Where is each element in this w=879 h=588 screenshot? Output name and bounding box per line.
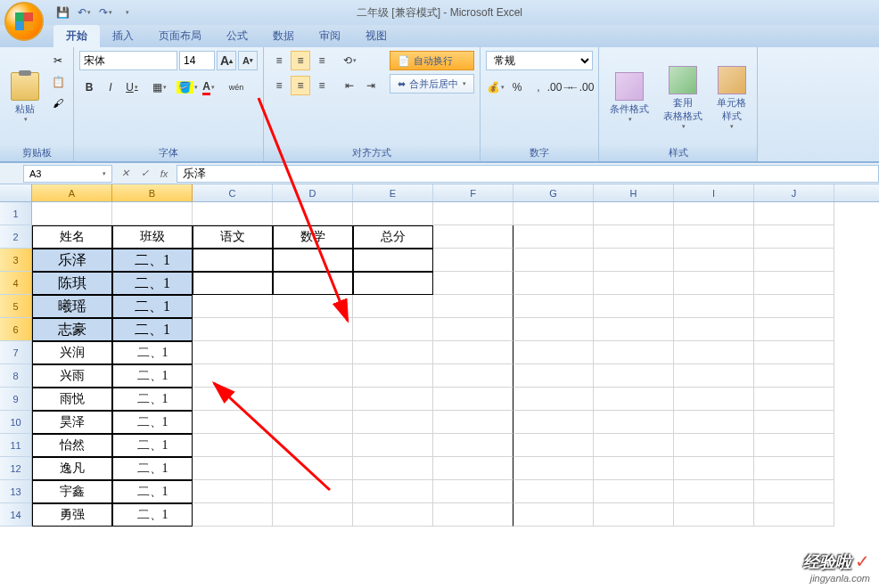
cell[interactable] — [193, 249, 273, 272]
cell[interactable] — [754, 341, 834, 364]
format-painter-button[interactable]: 🖌 — [48, 94, 68, 113]
decrease-indent-button[interactable]: ⇤ — [340, 76, 359, 95]
cell[interactable] — [433, 202, 513, 225]
accounting-format-button[interactable]: 💰▾ — [486, 78, 505, 97]
row-header[interactable]: 12 — [0, 457, 32, 480]
cell[interactable] — [433, 318, 513, 341]
cell[interactable] — [193, 202, 273, 225]
cell[interactable] — [273, 295, 353, 318]
col-header-d[interactable]: D — [273, 184, 353, 201]
row-header[interactable]: 6 — [0, 318, 32, 341]
cell-styles-button[interactable]: 单元格 样式 ▾ — [711, 51, 752, 144]
cell[interactable]: 宇鑫 — [32, 480, 112, 503]
cell[interactable] — [594, 503, 674, 527]
cell[interactable] — [594, 318, 674, 341]
cell[interactable] — [674, 341, 754, 364]
cell[interactable] — [674, 388, 754, 411]
comma-button[interactable]: , — [529, 78, 548, 97]
align-top-button[interactable]: ≡ — [269, 51, 289, 70]
col-header-a[interactable]: A — [32, 184, 112, 201]
copy-button[interactable]: 📋 — [48, 72, 68, 92]
cell[interactable] — [754, 434, 834, 457]
cell[interactable] — [674, 318, 754, 341]
row-header[interactable]: 13 — [0, 480, 32, 503]
font-size-select[interactable] — [179, 51, 215, 70]
office-button[interactable] — [4, 2, 49, 46]
cell[interactable] — [433, 388, 513, 411]
cell[interactable] — [674, 272, 754, 295]
cell[interactable] — [513, 434, 594, 457]
paste-button[interactable]: 粘贴 ▾ — [5, 51, 45, 144]
cell[interactable] — [513, 272, 594, 295]
cell[interactable] — [433, 341, 513, 364]
col-header-i[interactable]: I — [674, 184, 754, 201]
conditional-format-button[interactable]: 条件格式 ▾ — [604, 51, 654, 144]
cell[interactable]: 曦瑶 — [32, 295, 112, 318]
fx-button[interactable]: fx — [155, 165, 173, 183]
cell[interactable] — [594, 364, 674, 388]
cell[interactable]: 二、1 — [112, 364, 193, 388]
cell[interactable] — [513, 480, 594, 503]
cell[interactable] — [594, 249, 674, 272]
cell[interactable] — [433, 272, 513, 295]
col-header-f[interactable]: F — [433, 184, 513, 201]
cell[interactable] — [513, 364, 594, 388]
row-header[interactable]: 5 — [0, 295, 32, 318]
cell[interactable] — [433, 480, 513, 503]
cell[interactable]: 二、1 — [112, 341, 193, 364]
enter-formula-button[interactable]: ✓ — [136, 165, 153, 183]
wrap-text-button[interactable]: 📄 自动换行 — [390, 51, 474, 70]
tab-view[interactable]: 视图 — [353, 25, 399, 47]
cell[interactable] — [674, 457, 754, 480]
cell[interactable] — [433, 503, 513, 527]
align-left-button[interactable]: ≡ — [269, 76, 289, 95]
cell[interactable] — [513, 457, 594, 480]
row-header[interactable]: 7 — [0, 341, 32, 364]
cell[interactable] — [674, 225, 754, 249]
cell[interactable] — [754, 202, 834, 225]
fill-color-button[interactable]: 🪣▾ — [177, 78, 197, 97]
cell[interactable] — [674, 411, 754, 434]
cell[interactable] — [193, 272, 273, 295]
cell[interactable] — [754, 503, 834, 527]
cell[interactable] — [273, 457, 353, 480]
save-button[interactable]: 💾 — [53, 4, 71, 21]
cell[interactable]: 语文 — [193, 225, 273, 249]
align-right-button[interactable]: ≡ — [312, 76, 332, 95]
qat-customize[interactable]: ▾ — [118, 4, 136, 21]
cell[interactable] — [433, 364, 513, 388]
cell[interactable] — [353, 295, 433, 318]
cell[interactable] — [594, 457, 674, 480]
cell[interactable] — [193, 411, 273, 434]
cell[interactable] — [273, 249, 353, 272]
cell[interactable] — [193, 341, 273, 364]
tab-formulas[interactable]: 公式 — [214, 25, 260, 47]
select-all-button[interactable] — [0, 184, 32, 201]
decrease-decimal-button[interactable]: ←.00 — [571, 78, 591, 97]
cell[interactable] — [513, 249, 594, 272]
cell[interactable] — [193, 364, 273, 388]
undo-button[interactable]: ↶▾ — [75, 4, 93, 21]
row-header[interactable]: 3 — [0, 249, 32, 272]
row-header[interactable]: 9 — [0, 388, 32, 411]
cell[interactable] — [273, 480, 353, 503]
cell[interactable] — [193, 503, 273, 527]
cell[interactable]: 总分 — [353, 225, 433, 249]
cell[interactable] — [754, 411, 834, 434]
phonetic-button[interactable]: wén — [226, 78, 246, 97]
cell[interactable] — [513, 295, 594, 318]
cell[interactable]: 二、1 — [112, 411, 193, 434]
cell[interactable] — [513, 388, 594, 411]
col-header-j[interactable]: J — [754, 184, 834, 201]
cell[interactable]: 二、1 — [112, 388, 193, 411]
cell[interactable] — [513, 202, 594, 225]
cell[interactable] — [754, 225, 834, 249]
cell[interactable]: 昊泽 — [32, 411, 112, 434]
font-color-button[interactable]: A▾ — [199, 78, 218, 97]
cell[interactable] — [273, 411, 353, 434]
bold-button[interactable]: B — [79, 78, 99, 97]
cell[interactable] — [353, 272, 433, 295]
cell[interactable] — [353, 457, 433, 480]
row-header[interactable]: 14 — [0, 503, 32, 527]
cell[interactable] — [273, 272, 353, 295]
